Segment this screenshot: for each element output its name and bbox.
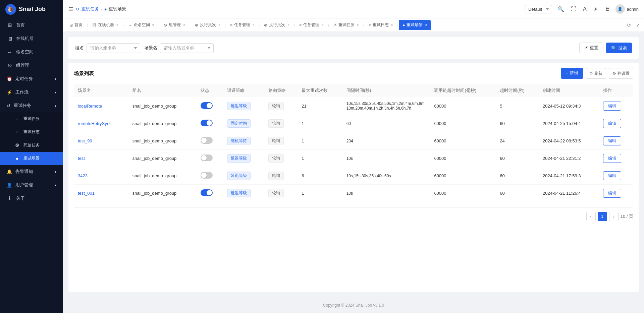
info-icon: ℹ bbox=[7, 195, 13, 201]
reset-button[interactable]: ↺ 重置 bbox=[579, 43, 603, 53]
environment-select[interactable]: Default bbox=[525, 5, 552, 13]
scene-label: 场景名 bbox=[144, 45, 157, 51]
edit-button[interactable]: 编辑 bbox=[603, 154, 621, 163]
app-logo[interactable]: 🐌 Snail Job bbox=[0, 0, 63, 18]
scene-name-link[interactable]: localRemote bbox=[78, 104, 102, 109]
sidebar-group-retry-header[interactable]: ↺ 重试任务 ▴ bbox=[0, 99, 63, 112]
menu-toggle-icon[interactable]: ☰ bbox=[68, 6, 73, 12]
sidebar-item-online-machine[interactable]: 🖥 在线机器 bbox=[0, 32, 63, 45]
tab-tm-close[interactable]: × bbox=[253, 23, 255, 27]
tab-grp-close[interactable]: × bbox=[183, 23, 185, 27]
tab-rl-icon: ≡ bbox=[369, 23, 371, 27]
sidebar-item-retry-task[interactable]: ≡ 重试任务 bbox=[0, 112, 63, 125]
backoff-tag: 延迟等级 bbox=[227, 154, 251, 163]
table-row: localRemote snail_job_demo_group 延迟等级 轮询… bbox=[74, 97, 633, 115]
cell-interval: 10s,15s,30s,35s,40s,50s,1m,2m,4m,6m,8m,1… bbox=[342, 97, 430, 115]
scene-name-link[interactable]: test_001 bbox=[78, 191, 95, 196]
sidebar-item-dead-letter[interactable]: ⊗ 死信任务 bbox=[0, 138, 63, 152]
tab-namespace[interactable]: ↔ 命名空间 × bbox=[124, 20, 158, 30]
status-toggle[interactable] bbox=[201, 120, 213, 126]
page-1-btn[interactable]: 1 bbox=[598, 212, 607, 221]
tab-retry-scene[interactable]: ● 重试场景 × bbox=[399, 20, 431, 30]
status-toggle[interactable] bbox=[201, 137, 213, 144]
scene-name-link[interactable]: test_99 bbox=[78, 138, 92, 143]
cell-route: 轮询 bbox=[264, 185, 298, 202]
sidebar-item-group-mgmt[interactable]: ⊙ 组管理 bbox=[0, 59, 63, 72]
tab-rl-close[interactable]: × bbox=[391, 23, 393, 27]
chevron-up-icon2: ▴ bbox=[55, 104, 56, 108]
edit-button[interactable]: 编辑 bbox=[603, 171, 621, 180]
toggle-track bbox=[201, 102, 213, 109]
sidebar-item-retry-scene[interactable]: ● 重试场景 bbox=[0, 152, 63, 165]
col-status: 状态 bbox=[197, 84, 223, 97]
sidebar-group-alert-header[interactable]: 🔔 告警通知 ▾ bbox=[0, 165, 63, 178]
scene-select[interactable]: 请输入场景名称 bbox=[160, 43, 214, 53]
tab-rs-close[interactable]: × bbox=[425, 23, 427, 27]
cell-max-retry: 1 bbox=[298, 132, 342, 150]
tab-retry-log[interactable]: ≡ 重试日志 × bbox=[365, 20, 397, 30]
refresh-button[interactable]: ⟳ 刷新 bbox=[586, 68, 606, 79]
breadcrumb: ↺ 重试任务 / ● 重试场景 bbox=[76, 6, 126, 12]
status-toggle[interactable] bbox=[201, 189, 213, 196]
new-button[interactable]: + 新增 bbox=[561, 68, 583, 79]
settings-button[interactable]: ⚙ 列设置 bbox=[609, 68, 633, 79]
toggle-thumb bbox=[201, 173, 207, 178]
table-row: test_99 snail_job_demo_group 随机等待 轮询 1 2… bbox=[74, 132, 633, 150]
tab-group[interactable]: ⊙ 组管理 × bbox=[160, 20, 189, 30]
tab-home[interactable]: ⊞ 首页 bbox=[66, 20, 86, 30]
sidebar-group-scheduled-header[interactable]: ⏰ 定时任务 ▾ bbox=[0, 72, 63, 85]
cell-route: 轮询 bbox=[264, 167, 298, 185]
cell-route: 轮询 bbox=[264, 150, 298, 167]
sidebar-group-workflow-header[interactable]: ⚡ 工作流 ▾ bbox=[0, 85, 63, 99]
tab-eb2-close[interactable]: × bbox=[287, 23, 289, 27]
tab-online-machine[interactable]: 目 在线机器 × bbox=[89, 20, 122, 30]
tab-eb1-close[interactable]: × bbox=[218, 23, 220, 27]
cell-backoff: 随机等待 bbox=[223, 132, 264, 150]
translate-btn[interactable]: A bbox=[582, 5, 588, 13]
edit-button[interactable]: 编辑 bbox=[603, 102, 621, 111]
fullscreen-btn[interactable]: ⛶ bbox=[570, 5, 578, 13]
user-info[interactable]: 👤 admin bbox=[615, 4, 639, 14]
cell-route: 轮询 bbox=[264, 132, 298, 150]
prev-page-btn[interactable]: ‹ bbox=[586, 212, 596, 221]
tab-ns-close[interactable]: × bbox=[152, 23, 154, 27]
tab-tm2-close[interactable]: × bbox=[322, 23, 324, 27]
scene-name-link[interactable]: 3423 bbox=[78, 173, 88, 178]
search-button[interactable]: 🔍 搜索 bbox=[606, 43, 632, 53]
next-page-btn[interactable]: › bbox=[609, 212, 619, 221]
status-toggle[interactable] bbox=[201, 102, 213, 109]
sidebar-item-about[interactable]: ℹ 关于 bbox=[0, 192, 63, 205]
tab-retry-task[interactable]: ↺ 重试任务 × bbox=[330, 20, 363, 30]
edit-button[interactable]: 编辑 bbox=[603, 136, 621, 145]
tab-om-close[interactable]: × bbox=[116, 23, 118, 27]
tabs-refresh-btn[interactable]: ⟳ bbox=[626, 22, 633, 28]
tab-eb2-icon: ⊕ bbox=[264, 23, 267, 27]
monitor-btn[interactable]: 🖥 bbox=[603, 5, 611, 13]
sidebar-group-user-header[interactable]: 👤 用户管理 ▾ bbox=[0, 178, 63, 192]
tab-exec-batch2[interactable]: ⊕ 执行批次 × bbox=[260, 20, 293, 30]
status-toggle[interactable] bbox=[201, 172, 213, 179]
group-select[interactable]: 请输入组名称 bbox=[87, 43, 140, 53]
user-icon: 👤 bbox=[7, 183, 12, 188]
cell-interval: 60 bbox=[342, 115, 430, 132]
scene-name-link[interactable]: remoteRetrySync bbox=[78, 121, 111, 126]
sidebar-item-retry-log[interactable]: ≡ 重试日志 bbox=[0, 125, 63, 138]
status-toggle[interactable] bbox=[201, 154, 213, 161]
tab-rt-close[interactable]: × bbox=[357, 23, 359, 27]
clock-icon: ⏰ bbox=[7, 76, 12, 81]
tab-exec-batch1[interactable]: ⊕ 执行批次 × bbox=[191, 20, 224, 30]
edit-button[interactable]: 编辑 bbox=[603, 189, 621, 198]
tab-task-mgmt2[interactable]: ≡ 任务管理 × bbox=[296, 20, 327, 30]
scene-name-link[interactable]: test bbox=[78, 156, 85, 161]
breadcrumb-parent[interactable]: 重试任务 bbox=[82, 6, 99, 12]
tab-om-icon: 目 bbox=[92, 22, 96, 28]
sidebar-item-home[interactable]: ⊞ 首页 bbox=[0, 18, 63, 32]
tabs-expand-btn[interactable]: ⤢ bbox=[635, 22, 641, 28]
route-tag: 轮询 bbox=[268, 189, 284, 197]
sidebar-item-label: 用户管理 bbox=[15, 182, 33, 188]
edit-button[interactable]: 编辑 bbox=[603, 119, 621, 128]
search-btn[interactable]: 🔍 bbox=[556, 5, 566, 14]
theme-btn[interactable]: ☀ bbox=[592, 5, 599, 14]
sidebar-item-namespace[interactable]: ↔ 命名空间 bbox=[0, 45, 63, 59]
tab-task-mgmt[interactable]: ≡ 任务管理 × bbox=[226, 20, 258, 30]
